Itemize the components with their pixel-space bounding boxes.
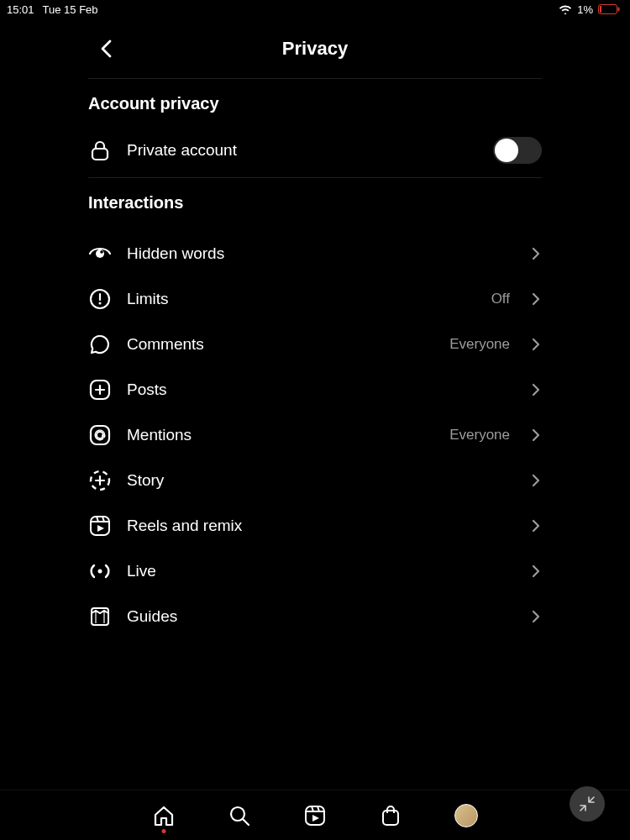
tab-profile[interactable] xyxy=(454,803,479,828)
reels-icon xyxy=(88,514,112,538)
shopping-bag-icon xyxy=(379,804,402,827)
plus-square-icon xyxy=(88,378,112,402)
section-interactions: Interactions xyxy=(88,178,542,223)
list-item[interactable]: Live xyxy=(88,549,542,594)
back-button[interactable] xyxy=(93,35,120,62)
svg-point-21 xyxy=(98,570,102,574)
page-header: Privacy xyxy=(88,18,542,79)
list-item[interactable]: Limits Off xyxy=(88,276,542,322)
private-account-row[interactable]: Private account xyxy=(88,123,542,177)
list-item[interactable]: Hidden words xyxy=(88,231,542,276)
list-item-label: Reels and remix xyxy=(127,517,515,535)
svg-point-5 xyxy=(100,250,103,254)
reels-icon xyxy=(303,804,327,827)
chevron-right-icon xyxy=(530,248,542,260)
chevron-right-icon xyxy=(530,429,542,441)
battery-icon xyxy=(598,4,620,14)
chevron-right-icon xyxy=(530,611,542,622)
svg-line-26 xyxy=(244,819,249,825)
at-sign-icon xyxy=(88,423,112,447)
tab-home[interactable] xyxy=(151,803,176,828)
chevron-right-icon xyxy=(530,293,542,305)
list-item-value: Everyone xyxy=(449,336,510,353)
chat-bubble-icon xyxy=(88,333,112,356)
list-item-label: Story xyxy=(127,471,515,490)
list-item-label: Hidden words xyxy=(127,244,515,263)
broadcast-icon xyxy=(88,559,112,583)
chevron-right-icon xyxy=(530,475,542,486)
tab-shop[interactable] xyxy=(378,803,403,828)
status-time: 15:01 xyxy=(7,3,34,16)
svg-rect-22 xyxy=(92,608,108,625)
section-account-privacy: Account privacy xyxy=(88,79,542,123)
status-bar: 15:01 Tue 15 Feb 1% xyxy=(0,0,630,18)
story-plus-icon xyxy=(88,469,112,492)
svg-point-25 xyxy=(231,807,244,821)
list-item[interactable]: Reels and remix xyxy=(88,503,542,549)
collapse-icon xyxy=(579,795,596,812)
eye-outline-icon xyxy=(88,242,112,265)
status-date: Tue 15 Feb xyxy=(43,3,98,16)
chevron-right-icon xyxy=(530,520,542,532)
svg-rect-31 xyxy=(383,811,398,825)
svg-point-4 xyxy=(96,249,104,258)
lock-icon xyxy=(88,139,112,162)
avatar xyxy=(454,804,478,827)
list-item-value: Everyone xyxy=(449,427,510,444)
svg-rect-2 xyxy=(618,8,620,12)
list-item[interactable]: Story xyxy=(88,458,542,503)
private-account-toggle[interactable] xyxy=(493,137,542,164)
guides-icon xyxy=(88,605,112,628)
svg-rect-3 xyxy=(92,149,108,160)
svg-rect-12 xyxy=(91,426,109,444)
private-account-label: Private account xyxy=(127,141,478,160)
svg-rect-27 xyxy=(306,806,324,825)
chevron-right-icon xyxy=(530,565,542,577)
list-item[interactable]: Comments Everyone xyxy=(88,322,542,367)
list-item[interactable]: Guides xyxy=(88,594,542,639)
chevron-right-icon xyxy=(530,339,542,350)
tab-search[interactable] xyxy=(227,803,252,828)
svg-point-8 xyxy=(99,302,102,305)
list-item-label: Limits xyxy=(127,290,476,308)
chevron-left-icon xyxy=(99,39,114,59)
svg-rect-17 xyxy=(91,517,109,535)
chevron-right-icon xyxy=(530,384,542,396)
list-item-value: Off xyxy=(491,291,510,307)
page-title: Privacy xyxy=(282,38,348,60)
list-item-label: Comments xyxy=(127,335,434,354)
wifi-icon xyxy=(559,4,572,14)
tab-bar xyxy=(0,790,630,840)
home-icon xyxy=(152,804,176,827)
list-item-label: Guides xyxy=(127,607,515,626)
exclaim-circle-icon xyxy=(88,287,112,311)
list-item[interactable]: Posts xyxy=(88,367,542,412)
list-item-label: Posts xyxy=(127,381,515,399)
notification-dot xyxy=(162,829,166,833)
tab-reels[interactable] xyxy=(302,803,328,828)
list-item-label: Live xyxy=(127,562,515,580)
svg-rect-1 xyxy=(600,6,601,13)
list-item[interactable]: Mentions Everyone xyxy=(88,412,542,458)
list-item-label: Mentions xyxy=(127,426,434,444)
search-icon xyxy=(228,804,251,827)
status-battery: 1% xyxy=(577,3,593,16)
minimize-fab[interactable] xyxy=(570,786,605,822)
toggle-knob xyxy=(495,139,518,162)
